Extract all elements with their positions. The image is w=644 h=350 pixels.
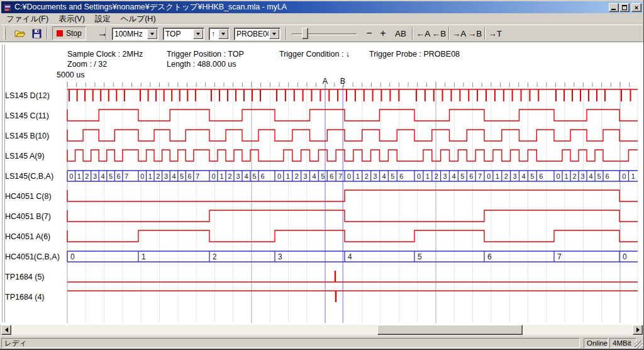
svg-text:0: 0 <box>556 172 560 180</box>
svg-text:6: 6 <box>605 172 609 180</box>
svg-text:5: 5 <box>597 172 601 180</box>
svg-text:4: 4 <box>452 172 455 180</box>
svg-text:6: 6 <box>539 172 543 180</box>
run-button[interactable]: → <box>93 26 112 40</box>
svg-text:0: 0 <box>487 172 491 180</box>
svg-text:7: 7 <box>478 172 482 180</box>
trigger-position-value: TOP <box>164 30 192 38</box>
svg-text:4: 4 <box>521 172 525 180</box>
goto-marker-a-left-button[interactable]: ←A <box>416 26 431 40</box>
svg-text:4: 4 <box>172 172 175 180</box>
goto-b-left-label: ←B <box>432 29 447 38</box>
scrollbar-thumb[interactable] <box>377 325 523 335</box>
chevron-down-icon <box>150 33 154 35</box>
svg-text:6: 6 <box>188 172 192 180</box>
trigger-probe-combo[interactable]: PROBE00 <box>234 28 280 40</box>
combo-dropdown-button[interactable] <box>218 29 228 39</box>
svg-text:6: 6 <box>260 172 264 180</box>
svg-text:6: 6 <box>399 172 403 180</box>
waveform-client-area[interactable]: Sample Clock : 2MHz Trigger Position : T… <box>0 42 644 325</box>
open-folder-icon <box>14 28 26 38</box>
title-bar: C:¥Documents and Settings¥noname¥デスクトップ¥… <box>1 1 643 13</box>
combo-dropdown-button[interactable] <box>147 29 157 39</box>
memory-size-badge: 4MBit <box>609 338 636 348</box>
goto-a-left-label: ←A <box>416 29 431 38</box>
svg-text:4: 4 <box>312 172 316 180</box>
trigger-edge-combo[interactable]: ↑ <box>209 28 230 40</box>
maximize-icon <box>622 5 627 10</box>
trigger-position-combo[interactable]: TOP <box>163 28 204 40</box>
svg-text:1: 1 <box>564 172 568 180</box>
scroll-right-button[interactable] <box>633 325 643 335</box>
menu-item-0[interactable]: ファイル(F) <box>1 13 53 25</box>
horizontal-scrollbar[interactable] <box>1 325 643 335</box>
stop-button[interactable]: Stop <box>52 26 86 40</box>
svg-text:4: 4 <box>348 252 352 261</box>
zoom-in-button[interactable]: + <box>377 26 389 40</box>
svg-text:5: 5 <box>321 172 325 180</box>
resize-grip[interactable] <box>635 341 643 349</box>
goto-marker-b-left-button[interactable]: ←B <box>431 26 447 40</box>
combo-dropdown-button[interactable] <box>193 29 203 39</box>
svg-text:5: 5 <box>391 172 394 180</box>
close-button[interactable]: × <box>631 3 641 12</box>
sample-clock-combo[interactable]: 100MHz <box>112 28 158 40</box>
svg-text:0: 0 <box>140 172 144 180</box>
online-status-badge: Online <box>584 338 608 348</box>
menu-item-1[interactable]: 表示(V) <box>53 13 90 25</box>
goto-marker-a-right-button[interactable]: →A <box>452 26 467 40</box>
app-window: C:¥Documents and Settings¥noname¥デスクトップ¥… <box>0 0 644 350</box>
goto-t-label: →T <box>488 29 502 38</box>
toolbar-gripper[interactable] <box>4 27 6 40</box>
goto-a-right-label: →A <box>452 29 467 38</box>
svg-text:2: 2 <box>85 172 89 180</box>
minimize-icon <box>611 9 616 10</box>
menu-item-3[interactable]: ヘルプ(H) <box>116 13 161 25</box>
svg-text:3: 3 <box>93 172 97 180</box>
svg-text:5: 5 <box>109 172 113 180</box>
svg-text:5: 5 <box>530 172 534 180</box>
goto-marker-b-right-button[interactable]: →B <box>467 26 482 40</box>
svg-text:1: 1 <box>496 172 499 180</box>
svg-text:1: 1 <box>426 172 430 180</box>
zoom-slider[interactable] <box>292 26 357 40</box>
svg-text:5: 5 <box>418 252 422 261</box>
window-title: C:¥Documents and Settings¥noname¥デスクトップ¥… <box>14 2 287 13</box>
trigger-probe-value: PROBE00 <box>235 30 269 38</box>
svg-text:6: 6 <box>117 172 121 180</box>
minimize-button[interactable] <box>609 3 619 12</box>
svg-text:0: 0 <box>211 172 215 180</box>
svg-text:3: 3 <box>580 172 584 180</box>
svg-text:2: 2 <box>572 172 576 180</box>
svg-text:3: 3 <box>513 172 517 180</box>
maximize-button[interactable] <box>619 3 630 12</box>
toolbar-separator <box>286 27 287 40</box>
chevron-down-icon <box>196 33 200 35</box>
svg-text:1: 1 <box>219 172 223 180</box>
zoom-ab-button[interactable]: AB <box>392 26 409 40</box>
plus-icon: + <box>380 28 386 39</box>
svg-text:5: 5 <box>180 172 184 180</box>
svg-text:1: 1 <box>148 172 152 180</box>
scroll-left-button[interactable] <box>1 325 11 335</box>
zoom-out-button[interactable]: − <box>364 26 375 40</box>
svg-text:2: 2 <box>435 172 438 180</box>
goto-trigger-button[interactable]: →T <box>487 26 502 40</box>
toolbar-separator <box>484 27 486 40</box>
svg-text:3: 3 <box>164 172 168 180</box>
stop-icon <box>57 30 63 37</box>
open-file-button[interactable] <box>13 26 28 40</box>
svg-text:1: 1 <box>77 172 81 180</box>
save-floppy-icon <box>32 29 42 38</box>
minus-icon: − <box>366 28 372 39</box>
svg-text:B: B <box>340 77 345 86</box>
toolbar-separator <box>448 27 450 40</box>
menu-item-2[interactable]: 設定 <box>90 13 116 25</box>
svg-text:2: 2 <box>156 172 160 180</box>
combo-dropdown-button[interactable] <box>269 29 279 39</box>
chevron-down-icon <box>272 33 276 35</box>
toolbar-separator <box>412 27 413 40</box>
save-button[interactable] <box>29 26 44 40</box>
zoom-slider-thumb[interactable] <box>302 28 308 39</box>
timing-diagram[interactable]: AB01234567012345670123456012345670123456… <box>0 42 644 325</box>
